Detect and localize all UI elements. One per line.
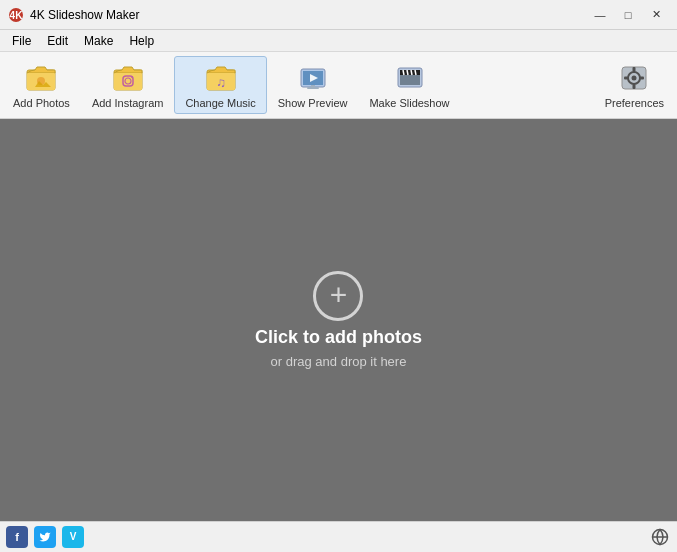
app-icon: 4K [8,7,24,23]
menu-edit[interactable]: Edit [39,30,76,51]
add-circle: + [313,271,363,321]
app-title: 4K Slideshow Maker [30,8,587,22]
change-music-button[interactable]: ♫ Change Music [174,56,266,114]
preferences-button[interactable]: Preferences [594,56,675,114]
add-photos-label: Add Photos [13,97,70,109]
status-right [649,526,671,548]
instagram-icon [112,61,144,93]
svg-rect-31 [639,77,644,80]
change-music-label: Change Music [185,97,255,109]
make-slideshow-label: Make Slideshow [369,97,449,109]
show-preview-button[interactable]: Show Preview [267,56,359,114]
add-instagram-button[interactable]: Add Instagram [81,56,175,114]
svg-text:4K: 4K [10,10,24,21]
toolbar-spacer [461,56,594,114]
menu-file[interactable]: File [4,30,39,51]
window-controls: — □ ✕ [587,5,669,25]
make-slideshow-button[interactable]: Make Slideshow [358,56,460,114]
drop-subtitle: or drag and drop it here [271,354,407,369]
add-instagram-label: Add Instagram [92,97,164,109]
svg-rect-30 [624,77,629,80]
svg-line-23 [411,70,412,75]
language-button[interactable] [649,526,671,548]
svg-text:♫: ♫ [216,75,226,90]
close-button[interactable]: ✕ [643,5,669,25]
slideshow-icon [394,61,426,93]
svg-line-24 [415,70,416,75]
svg-rect-29 [633,84,636,89]
maximize-button[interactable]: □ [615,5,641,25]
folder-photo-icon [25,61,57,93]
toolbar: Add Photos Add Instagram ♫ [0,52,677,119]
preferences-icon [618,61,650,93]
menu-make[interactable]: Make [76,30,121,51]
status-bar: f V [0,521,677,551]
menu-bar: File Edit Make Help [0,30,677,52]
svg-point-27 [632,76,637,81]
svg-rect-28 [633,67,636,72]
facebook-button[interactable]: f [6,526,28,548]
drop-zone[interactable]: + Click to add photos or drag and drop i… [255,271,422,369]
svg-line-22 [407,70,408,75]
preview-icon [297,61,329,93]
vimeo-button[interactable]: V [62,526,84,548]
svg-rect-17 [311,85,315,88]
minimize-button[interactable]: — [587,5,613,25]
plus-icon: + [330,280,348,310]
twitter-button[interactable] [34,526,56,548]
music-icon: ♫ [205,61,237,93]
menu-help[interactable]: Help [121,30,162,51]
title-bar: 4K 4K Slideshow Maker — □ ✕ [0,0,677,30]
svg-line-21 [403,70,404,75]
show-preview-label: Show Preview [278,97,348,109]
drop-title: Click to add photos [255,327,422,348]
svg-point-9 [131,76,133,78]
preferences-label: Preferences [605,97,664,109]
add-photos-button[interactable]: Add Photos [2,56,81,114]
main-area[interactable]: + Click to add photos or drag and drop i… [0,119,677,521]
